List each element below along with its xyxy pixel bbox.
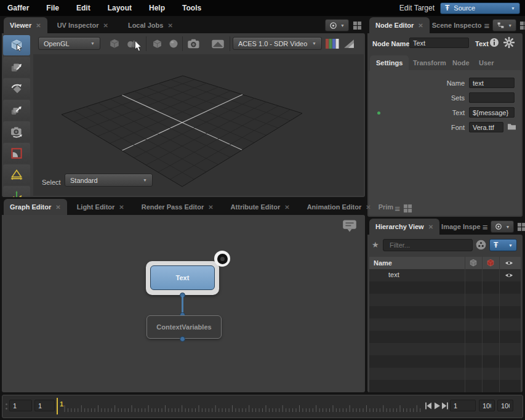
edit-target-label: Edit Target xyxy=(399,4,435,12)
pin-target-button[interactable]: ▼ xyxy=(325,19,349,31)
skip-to-end-button[interactable] xyxy=(441,402,449,410)
tab-light-editor[interactable]: Light Editor✕ xyxy=(71,199,130,215)
annotation-bubble-icon[interactable] xyxy=(342,219,357,233)
close-icon[interactable]: ✕ xyxy=(119,204,124,211)
column-visibility-eye-icon[interactable] xyxy=(505,259,513,267)
layout-grid-icon[interactable] xyxy=(517,222,525,232)
rgb-channels-icon xyxy=(325,38,340,49)
translate-tool-button[interactable] xyxy=(3,57,30,77)
tab-scene-inspector[interactable]: Scene Inspecto xyxy=(430,17,484,33)
chevron-down-icon: ▼ xyxy=(511,6,515,10)
tab-user[interactable]: User xyxy=(473,55,500,70)
close-icon[interactable]: ✕ xyxy=(55,204,60,211)
menu-layout[interactable]: Layout xyxy=(108,4,140,12)
playback-end-field[interactable] xyxy=(497,400,513,411)
tab-node[interactable]: Node xyxy=(446,55,476,70)
tab-local-jobs[interactable]: Local Jobs✕ xyxy=(122,17,179,33)
camera-tool-button[interactable] xyxy=(3,121,30,142)
graph-node-contextvariables[interactable]: ContextVariables xyxy=(146,315,222,339)
edit-scope-button[interactable]: Ŧ ▼ xyxy=(489,239,517,251)
layout-grid-icon[interactable] xyxy=(403,204,412,213)
menu-gaffer[interactable]: Gaffer xyxy=(7,4,38,12)
viewport-3d[interactable]: Select Standard ▼ xyxy=(33,54,364,196)
graph-node-text[interactable]: Text xyxy=(150,265,215,290)
rotate-tool-button[interactable] xyxy=(3,78,30,99)
node-set-button[interactable]: ▼ xyxy=(492,19,516,31)
menu-tools[interactable]: Tools xyxy=(182,4,210,12)
tab-uv-inspector[interactable]: UV Inspector✕ xyxy=(51,17,114,33)
skip-to-start-button[interactable] xyxy=(425,402,432,410)
shading-cube-button[interactable] xyxy=(106,36,122,52)
node-context-output-port[interactable] xyxy=(180,336,185,342)
geometry-cube-button[interactable] xyxy=(149,36,165,52)
close-icon[interactable]: ✕ xyxy=(167,22,172,29)
column-shading-cube-icon[interactable] xyxy=(469,259,478,267)
crop-window-tool-button[interactable] xyxy=(3,143,30,163)
font-field[interactable] xyxy=(469,122,503,132)
set-membership-icon[interactable] xyxy=(476,240,486,250)
layout-grid-icon[interactable] xyxy=(519,21,525,30)
name-field[interactable] xyxy=(469,78,515,88)
light-position-tool-button[interactable] xyxy=(3,186,30,197)
node-name-input[interactable] xyxy=(409,38,469,48)
sphere-button[interactable] xyxy=(166,36,182,52)
menu-icon[interactable]: ≡ xyxy=(395,204,400,213)
scale-tool-button[interactable] xyxy=(3,100,30,120)
menu-edit[interactable]: Edit xyxy=(76,4,99,12)
close-icon[interactable]: ✕ xyxy=(366,204,371,211)
tab-viewer[interactable]: Viewer✕ xyxy=(4,17,47,33)
frame-end-field[interactable] xyxy=(479,400,495,411)
info-icon[interactable] xyxy=(489,38,499,47)
tab-primitive-inspector[interactable]: Prim xyxy=(377,199,395,215)
focus-ring-icon[interactable] xyxy=(214,251,230,267)
hierarchy-rows[interactable]: text xyxy=(369,269,521,392)
filter-input[interactable] xyxy=(390,241,477,249)
gear-icon[interactable] xyxy=(503,37,515,48)
menu-icon[interactable]: ≡ xyxy=(484,21,489,30)
close-icon[interactable]: ✕ xyxy=(36,22,41,29)
light-tool-button[interactable] xyxy=(3,164,30,185)
channel-select-button[interactable] xyxy=(324,36,340,52)
tab-attribute-editor[interactable]: Attribute Editor✕ xyxy=(225,199,296,215)
translate-tool-icon xyxy=(10,60,23,74)
close-icon[interactable]: ✕ xyxy=(208,204,213,211)
row-location-text[interactable]: text xyxy=(388,271,399,278)
camera-settings-button[interactable] xyxy=(185,36,203,52)
close-icon[interactable]: ✕ xyxy=(103,22,108,29)
tab-settings[interactable]: Settings xyxy=(370,55,409,70)
exposure-gamma-button[interactable] xyxy=(341,36,357,52)
play-button[interactable] xyxy=(433,402,441,410)
display-options-button[interactable] xyxy=(209,36,226,52)
star-filter-icon[interactable]: ★ xyxy=(372,240,379,249)
graph-canvas[interactable]: Text ContextVariables xyxy=(2,215,365,392)
select-tool-button[interactable] xyxy=(3,35,30,55)
close-icon[interactable]: ✕ xyxy=(284,204,289,211)
tab-graph-editor[interactable]: Graph Editor✕ xyxy=(4,199,67,215)
row-visibility-eye-icon[interactable] xyxy=(505,272,513,279)
tab-node-editor[interactable]: Node Editor✕ xyxy=(369,17,430,33)
select-tool-icon xyxy=(10,39,23,52)
text-field[interactable] xyxy=(469,107,515,118)
sets-field[interactable] xyxy=(469,92,515,103)
column-render-cube-icon[interactable] xyxy=(486,259,495,267)
close-icon[interactable]: ✕ xyxy=(418,22,423,29)
current-frame-display-field[interactable] xyxy=(450,400,476,411)
tab-image-inspector[interactable]: Image Inspe xyxy=(439,219,483,235)
select-mode-dropdown[interactable]: Standard ▼ xyxy=(65,174,153,187)
tab-animation-editor[interactable]: Animation Editor✕ xyxy=(301,199,377,215)
menu-icon[interactable]: ≡ xyxy=(483,222,488,232)
renderer-dropdown[interactable]: OpenGL ▼ xyxy=(38,37,100,50)
pin-target-button[interactable]: ▼ xyxy=(491,220,514,233)
tab-transform[interactable]: Transform xyxy=(407,55,452,70)
close-icon[interactable]: ✕ xyxy=(428,224,433,230)
menu-help[interactable]: Help xyxy=(149,4,174,12)
menu-file[interactable]: File xyxy=(46,4,68,12)
tab-render-pass-editor[interactable]: Render Pass Editor✕ xyxy=(135,199,220,215)
layout-grid-icon[interactable] xyxy=(353,21,362,30)
tab-hierarchy-view[interactable]: Hierarchy View✕ xyxy=(369,219,439,235)
edit-target-dropdown[interactable]: Ŧ Source ▼ xyxy=(440,2,520,14)
filter-search-box[interactable] xyxy=(383,239,473,251)
hierarchy-view-panel: Hierarchy View✕ Image Inspe ≡ ▼ ★ Ŧ ▼ Na… xyxy=(367,219,523,392)
folder-icon[interactable] xyxy=(507,123,516,131)
display-transform-dropdown[interactable]: ACES 1.0 - SDR Video ▼ xyxy=(233,37,322,50)
